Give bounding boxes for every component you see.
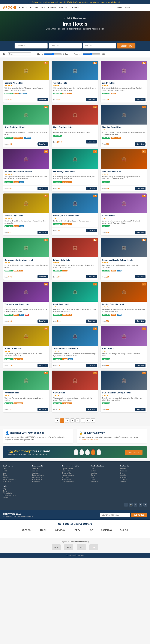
price-range[interactable]: [83, 53, 101, 55]
footer-link[interactable]: Kish Island: [91, 481, 118, 482]
footer-link[interactable]: Darya - Rasht: [62, 478, 88, 480]
nav-visa[interactable]: VISA: [35, 7, 39, 8]
instagram-icon[interactable]: 📷: [129, 503, 133, 506]
footer-link[interactable]: Azadi - Tehran: [62, 470, 88, 472]
page-btn-27[interactable]: 27: [86, 418, 90, 423]
footer-link[interactable]: Mashhad: [91, 472, 118, 474]
star-range[interactable]: [44, 53, 62, 55]
footer-link[interactable]: Read More Hotels...: [62, 481, 88, 482]
footer-link[interactable]: Traditional Houses: [3, 478, 30, 480]
page-btn-1[interactable]: 1: [60, 418, 64, 423]
next-page-btn[interactable]: ▶: [91, 418, 95, 423]
book-now-button[interactable]: Book Now: [135, 364, 146, 367]
page-btn-3[interactable]: 3: [70, 418, 75, 423]
footer-link[interactable]: Address: [120, 468, 147, 470]
logo[interactable]: APOCHI: [3, 6, 16, 10]
book-now-button[interactable]: Book Now: [37, 187, 48, 190]
nav-blog[interactable]: BLOG: [66, 7, 70, 8]
footer-link[interactable]: Add Agency: [32, 472, 59, 474]
footer-link[interactable]: Sayae - Yazd: [62, 476, 88, 478]
footer-link[interactable]: Live Chat: [120, 474, 147, 476]
entry-date-input[interactable]: [49, 43, 82, 48]
book-now-button[interactable]: Book Now: [135, 408, 146, 411]
subscribe-button[interactable]: SUBSCRIBE: [131, 513, 147, 517]
footer-link[interactable]: Tabriz: [91, 478, 118, 480]
lang-selector[interactable]: English: [117, 7, 122, 8]
book-now-button[interactable]: Book Now: [37, 408, 48, 411]
facebook-icon[interactable]: f: [124, 503, 128, 506]
footer-link[interactable]: Become a Partner: [32, 474, 59, 476]
book-now-button[interactable]: Book Now: [86, 364, 97, 367]
footer-link[interactable]: Apartments: [3, 481, 30, 482]
footer-link[interactable]: Tours: [3, 474, 30, 476]
promo-button[interactable]: Start Planning: [125, 450, 143, 455]
page-btn-4[interactable]: 4: [75, 418, 80, 423]
footer-link[interactable]: FAQ: [3, 488, 30, 490]
book-now-button[interactable]: Book Now: [86, 275, 97, 278]
footer-link[interactable]: Parsian - Mashhad: [62, 474, 88, 476]
footer-link[interactable]: Linkedin: [120, 481, 147, 482]
footer-link[interactable]: Privacy Policy: [3, 492, 30, 494]
book-now-button[interactable]: Book Now: [86, 140, 97, 144]
footer-link[interactable]: Homa - Isfahan: [62, 472, 88, 474]
nav-contact[interactable]: CONTACT: [73, 7, 80, 8]
footer-link[interactable]: Terms: [3, 490, 30, 492]
city-input[interactable]: [14, 43, 48, 48]
subscribe-email-input[interactable]: [100, 513, 130, 517]
youtube-icon[interactable]: ▶: [134, 503, 137, 506]
nav-flight[interactable]: FLIGHT: [27, 7, 33, 8]
book-now-button[interactable]: Book Now: [37, 142, 48, 146]
hotel-price: From 30€: [102, 232, 109, 234]
book-now-button[interactable]: Book Now: [37, 320, 48, 323]
footer-link[interactable]: Shiraz: [91, 474, 118, 476]
book-now-button[interactable]: Book Now: [37, 275, 48, 278]
book-now-button[interactable]: Book Now: [86, 408, 97, 411]
linkedin-icon[interactable]: in: [144, 503, 147, 506]
privacy-link[interactable]: Apochi.com Privacy Policy: [79, 438, 98, 440]
twitter-icon[interactable]: t: [139, 503, 142, 506]
header-search[interactable]: [124, 6, 147, 9]
page-btn-2[interactable]: 2: [65, 418, 70, 423]
footer-link[interactable]: Site Map: [3, 496, 30, 498]
book-now-button[interactable]: Book Now: [135, 231, 146, 234]
book-now-button[interactable]: Book Now: [37, 364, 48, 367]
footer-link[interactable]: Espinas - Tehran: [62, 468, 88, 470]
book-now-button[interactable]: Book Now: [86, 187, 97, 190]
footer-link[interactable]: Flights: [3, 470, 30, 472]
book-now-button[interactable]: Book Now: [86, 229, 97, 232]
book-now-button[interactable]: Book Now: [86, 320, 97, 323]
book-now-button[interactable]: Book Now: [135, 275, 146, 278]
footer-col-title: Contact Us: [120, 465, 147, 467]
footer-link[interactable]: Visa: [3, 472, 30, 474]
search-button[interactable]: Search Now: [117, 43, 136, 48]
city-filter-input[interactable]: [8, 52, 31, 56]
footer-link[interactable]: Yazd: [91, 476, 118, 478]
footer-link[interactable]: Hotels: [3, 468, 30, 470]
footer-link[interactable]: Loyalty Bonus: [32, 478, 59, 480]
footer-link[interactable]: Transfers: [3, 476, 30, 478]
book-now-button[interactable]: Book Now: [135, 98, 146, 101]
nav-transfer[interactable]: TRANSFER: [47, 7, 56, 8]
book-now-button[interactable]: Book Now: [37, 231, 48, 234]
exit-date-input[interactable]: [83, 43, 116, 48]
nav-hotel[interactable]: HOTEL: [19, 7, 24, 8]
book-now-button[interactable]: Book Now: [135, 142, 146, 146]
book-now-button[interactable]: Book Now: [135, 187, 146, 190]
book-now-button[interactable]: Book Now: [37, 98, 48, 101]
footer-link[interactable]: Add Tour: [32, 470, 59, 472]
prev-page-btn[interactable]: ◀: [55, 418, 59, 423]
footer-link[interactable]: List a Hotel: [32, 481, 59, 482]
footer-link[interactable]: Instagram: [120, 478, 147, 480]
nav-tour[interactable]: TOUR: [41, 7, 45, 8]
footer-link[interactable]: Add Hotel: [32, 468, 59, 470]
footer-link[interactable]: Whatsapp: [120, 476, 147, 478]
footer-link[interactable]: Email: [120, 472, 147, 474]
book-now-button[interactable]: Book Now: [86, 98, 97, 101]
footer-link[interactable]: Telephone: [120, 470, 147, 472]
footer-link[interactable]: Charity Bonus: [32, 476, 59, 478]
footer-link[interactable]: Tehran: [91, 468, 118, 470]
nav-train[interactable]: TRAIN: [58, 7, 64, 8]
book-now-button[interactable]: Book Now: [135, 320, 146, 323]
footer-link[interactable]: Cancellation Policy: [3, 494, 30, 496]
footer-link[interactable]: Isfahan: [91, 470, 118, 472]
